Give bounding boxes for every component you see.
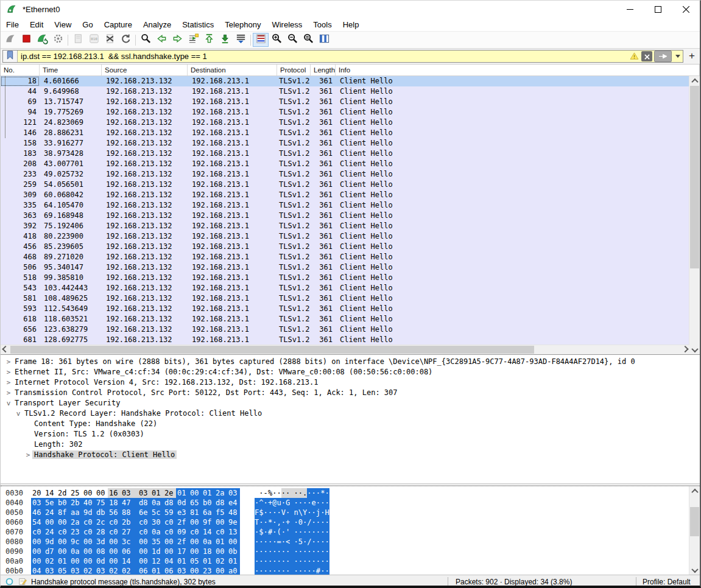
hex-byte[interactable]: 28 xyxy=(95,527,108,537)
ascii-char[interactable]: · xyxy=(281,566,286,575)
scroll-left-button[interactable] xyxy=(1,345,10,354)
hex-byte[interactable]: b0 xyxy=(202,498,214,508)
ascii-char[interactable]: · xyxy=(303,547,307,556)
hex-byte[interactable]: 00 xyxy=(138,547,150,556)
hex-byte[interactable]: 6a xyxy=(202,508,214,517)
packet-row[interactable]: 656123.638279192.168.213.132192.168.213.… xyxy=(1,324,689,335)
hex-byte[interactable]: db xyxy=(95,508,108,517)
ascii-char[interactable]: · xyxy=(255,547,259,556)
menu-analyze[interactable]: Analyze xyxy=(138,19,177,30)
ascii-char[interactable]: · xyxy=(298,566,303,575)
packet-row[interactable]: 25954.056501192.168.213.132192.168.213.1… xyxy=(1,180,689,190)
ascii-char[interactable]: · xyxy=(316,556,320,566)
ascii-char[interactable]: G xyxy=(286,498,290,508)
ascii-char[interactable]: · xyxy=(286,566,290,575)
hex-byte[interactable]: 56 xyxy=(108,508,121,517)
ascii-char[interactable]: · xyxy=(272,547,277,556)
ascii-char[interactable]: · xyxy=(268,566,272,575)
packet-row[interactable]: 39275.192406192.168.213.132192.168.213.1… xyxy=(1,221,689,231)
hex-byte[interactable]: 03 xyxy=(95,566,108,575)
packet-row[interactable]: 618118.603521192.168.213.132192.168.213.… xyxy=(1,314,689,324)
hex-byte[interactable]: 03 xyxy=(121,488,133,498)
hex-byte[interactable]: 88 xyxy=(121,508,133,517)
hex-byte[interactable]: c0 xyxy=(138,517,150,527)
hex-byte[interactable]: 75 xyxy=(95,498,108,508)
ascii-char[interactable]: · xyxy=(277,488,281,498)
packet-row[interactable]: 41880.223900192.168.213.132192.168.213.1… xyxy=(1,231,689,242)
ascii-char[interactable]: · xyxy=(294,517,298,527)
save-file-button[interactable]: 010 xyxy=(86,33,102,47)
ascii-char[interactable]: · xyxy=(281,556,286,566)
menu-go[interactable]: Go xyxy=(77,19,98,30)
hex-byte[interactable]: 03 xyxy=(69,566,82,575)
ascii-char[interactable]: $ xyxy=(259,527,263,537)
expander-open-icon[interactable]: v xyxy=(14,408,23,419)
hex-byte[interactable]: 02 xyxy=(121,566,133,575)
ascii-char[interactable]: < xyxy=(286,537,290,547)
hex-byte[interactable]: 25 xyxy=(69,488,82,498)
hex-byte[interactable]: e3 xyxy=(176,508,189,517)
hex-byte[interactable]: 14 xyxy=(121,556,133,566)
ascii-char[interactable]: · xyxy=(272,556,277,566)
hex-byte[interactable]: 2a xyxy=(214,488,227,498)
previous-packet-button[interactable] xyxy=(153,33,169,47)
hex-byte[interactable]: 00 xyxy=(214,547,227,556)
ascii-char[interactable]: / xyxy=(307,537,311,547)
ascii-char[interactable]: · xyxy=(325,566,329,575)
hex-byte[interactable]: 00 xyxy=(82,547,95,556)
close-button[interactable] xyxy=(672,1,700,18)
ascii-char[interactable]: · xyxy=(259,537,263,547)
packet-list-vertical-scrollbar[interactable] xyxy=(689,76,700,345)
ascii-char[interactable]: F xyxy=(255,508,259,517)
ascii-char[interactable]: · xyxy=(312,547,316,556)
hex-byte[interactable]: 5c xyxy=(150,508,163,517)
ascii-char[interactable]: @ xyxy=(272,498,277,508)
ascii-char[interactable]: · xyxy=(320,547,325,556)
ascii-char[interactable]: · xyxy=(307,547,311,556)
ascii-char[interactable]: · xyxy=(312,517,316,527)
ascii-char[interactable]: \ xyxy=(298,508,303,517)
packet-row[interactable]: 9419.775269192.168.213.132192.168.213.1T… xyxy=(1,107,689,117)
packet-row[interactable]: 51899.385810192.168.213.132192.168.213.1… xyxy=(1,273,689,283)
ascii-char[interactable]: · xyxy=(277,547,281,556)
hex-byte[interactable]: 01 xyxy=(214,537,227,547)
packet-row[interactable]: 23349.025732192.168.213.132192.168.213.1… xyxy=(1,169,689,180)
ascii-char[interactable]: ( xyxy=(277,527,281,537)
ascii-char[interactable]: · xyxy=(255,537,259,547)
hex-byte[interactable]: 00 xyxy=(189,488,202,498)
ascii-char[interactable]: · xyxy=(294,547,298,556)
ascii-char[interactable]: · xyxy=(294,566,298,575)
zoom-reset-button[interactable] xyxy=(300,33,316,47)
hex-byte[interactable]: 00 xyxy=(31,537,44,547)
ascii-char[interactable]: · xyxy=(320,508,325,517)
packet-row[interactable]: 18338.973428192.168.213.132192.168.213.1… xyxy=(1,149,689,159)
hex-byte[interactable]: 00 xyxy=(227,537,240,547)
packet-row[interactable]: 33564.105470192.168.213.132192.168.213.1… xyxy=(1,200,689,211)
ascii-char[interactable]: · xyxy=(277,556,281,566)
capture-options-button[interactable] xyxy=(50,33,66,47)
hex-byte[interactable]: 00 xyxy=(57,537,69,547)
hex-byte[interactable]: 01 xyxy=(150,488,163,498)
packet-row[interactable]: 449.649968192.168.213.132192.168.213.1TL… xyxy=(1,86,689,97)
hex-byte[interactable]: 23 xyxy=(202,566,214,575)
resize-columns-button[interactable] xyxy=(316,33,332,47)
ascii-char[interactable] xyxy=(255,488,259,498)
ascii-char[interactable]: · xyxy=(264,547,268,556)
ascii-char[interactable]: · xyxy=(312,508,316,517)
hex-byte[interactable]: 24 xyxy=(44,527,57,537)
ascii-char[interactable]: · xyxy=(325,488,329,498)
ascii-char[interactable]: % xyxy=(268,488,272,498)
hex-byte[interactable]: 2f xyxy=(176,517,189,527)
ascii-char[interactable]: Y xyxy=(303,508,307,517)
ascii-char[interactable]: · xyxy=(259,488,263,498)
hex-byte[interactable]: 0d xyxy=(176,498,189,508)
detail-line[interactable]: >Frame 18: 361 bytes on wire (2888 bits)… xyxy=(1,357,700,367)
ascii-char[interactable]: + xyxy=(286,517,290,527)
ascii-char[interactable]: · xyxy=(272,488,277,498)
packet-row[interactable]: 50695.340147192.168.213.132192.168.213.1… xyxy=(1,262,689,273)
hex-byte[interactable]: 3d xyxy=(95,537,108,547)
expander-closed-icon[interactable]: > xyxy=(24,450,32,460)
ascii-char[interactable]: · xyxy=(272,517,277,527)
hex-byte[interactable]: 3c xyxy=(121,537,133,547)
ascii-char[interactable]: · xyxy=(312,527,316,537)
